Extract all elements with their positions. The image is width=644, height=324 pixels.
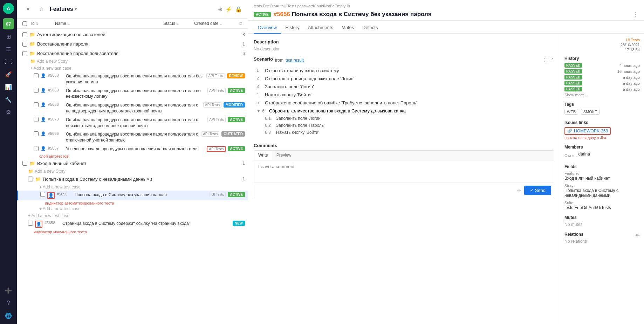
- test-row-5656[interactable]: 👤 #5656 Попытка входа в Систему без указ…: [17, 191, 248, 200]
- test-checkbox[interactable]: [34, 117, 39, 122]
- test-row-5658[interactable]: 👤 #5658 Страница входа в Систему содержи…: [17, 219, 248, 229]
- tab-mutes[interactable]: Mutes: [337, 22, 358, 34]
- tab-overview[interactable]: Overview: [254, 22, 281, 34]
- group-checkbox[interactable]: [22, 42, 27, 47]
- detail-panel: tests.FrteOibAuthUiTests.passwordCouldNo…: [248, 0, 644, 324]
- jira-link[interactable]: 🔗 HOMEWORK-269: [564, 127, 611, 135]
- send-button[interactable]: ✓ Send: [524, 186, 551, 195]
- add-case-link[interactable]: + Add a new test case: [17, 65, 248, 72]
- test-checkbox[interactable]: [34, 88, 39, 93]
- day-badge: 07: [3, 18, 14, 29]
- nav-icon-rocket[interactable]: 🚀: [3, 69, 14, 80]
- copy-icon[interactable]: ⧉: [239, 21, 242, 26]
- nav-icon-wrench[interactable]: 🔧: [3, 94, 14, 105]
- select-all-checkbox[interactable]: [22, 21, 27, 26]
- add-case-link-2[interactable]: + Add a new test case: [17, 205, 248, 212]
- scenario-list: 1 Открыть страницу входа в систему 2 Отк…: [254, 67, 554, 136]
- tag-smoke: SMOKE: [581, 109, 600, 115]
- lock-icon[interactable]: 🔒: [235, 6, 242, 13]
- star-icon[interactable]: ☆: [36, 4, 47, 15]
- automated-test-annotation: индикатор автоматизированного теста: [17, 201, 248, 205]
- preview-tab[interactable]: Preview: [272, 151, 296, 160]
- test-checkbox[interactable]: [34, 102, 39, 107]
- detail-body: Description No description Scenario from…: [248, 34, 644, 324]
- nav-icon-globe[interactable]: 🌐: [3, 310, 14, 321]
- comment-tabs: Write Preview: [254, 151, 554, 160]
- test-row-5668[interactable]: 👤 #5668 Ошибка начала процедуры восстано…: [17, 72, 248, 87]
- folder-icon: 📁: [35, 177, 41, 182]
- collapse-icon[interactable]: ⌃: [550, 57, 554, 63]
- col-header-status[interactable]: Status⇅: [163, 21, 191, 26]
- tags-section: Tags WEB SMOKE: [564, 102, 640, 115]
- tab-defects[interactable]: Defects: [358, 22, 382, 34]
- test-checkbox[interactable]: [34, 131, 39, 136]
- comments-section: Comments Write Preview ✏ ✓ Send: [254, 143, 554, 198]
- folder-icon: 📁: [29, 161, 35, 166]
- nav-icon-list[interactable]: ⋮⋮: [3, 56, 14, 67]
- tags-title: Tags: [564, 102, 640, 107]
- subgroup-invalid-data[interactable]: 📁 Попытка входа в Систему с невалидными …: [17, 175, 248, 184]
- history-section: History PASSED 4 hours ago PASSED 16 hou…: [564, 56, 640, 97]
- nav-icon-grid[interactable]: ⊞: [3, 31, 14, 42]
- show-more-link[interactable]: Show more...: [564, 93, 640, 97]
- nav-icon-clipboard[interactable]: ☰: [3, 43, 14, 55]
- test-row-5666[interactable]: 👤 #5666 Ошибка начала процедуры восстано…: [17, 101, 248, 116]
- collapsible-toggle[interactable]: ▼ 6 Сбросить количество попыток входа в …: [254, 107, 554, 115]
- col-header-created-date[interactable]: Created date⇅: [194, 21, 236, 26]
- write-tab[interactable]: Write: [254, 151, 272, 160]
- status-badge-modified: MODIFIED: [224, 102, 245, 108]
- collapse-icon[interactable]: ▼: [22, 4, 34, 15]
- col-header-id[interactable]: Id⇅: [31, 21, 52, 26]
- active-badge: ACTIVE: [254, 12, 271, 17]
- group-checkbox[interactable]: [22, 32, 27, 37]
- comment-input[interactable]: [254, 160, 554, 181]
- add-story-link[interactable]: 📁 Add a new Story: [17, 58, 248, 65]
- feature-group-recovery: 📁 Восстановление пароля 1: [17, 40, 248, 48]
- feature-group-header-login[interactable]: 📁 Вход в личный кабинет 1: [17, 159, 248, 168]
- group-checkbox[interactable]: [22, 161, 27, 166]
- test-checkbox[interactable]: [34, 146, 39, 151]
- test-result-link[interactable]: test result: [286, 58, 304, 63]
- features-title: Features ▾: [50, 6, 77, 12]
- feature-group-header-auth[interactable]: 📁 Аутентификация пользователей 8: [17, 30, 248, 39]
- nav-icon-add[interactable]: ➕: [3, 285, 14, 296]
- test-checkbox[interactable]: [40, 192, 45, 197]
- format-icon: ✏: [517, 188, 521, 193]
- chevron-down-icon[interactable]: ▾: [75, 7, 77, 12]
- tab-attachments[interactable]: Attachments: [304, 22, 337, 34]
- folder-add-icon: 📁: [30, 59, 35, 64]
- add-case-link[interactable]: + Add a new test case: [17, 184, 248, 191]
- filter-icon[interactable]: ⚡: [225, 6, 232, 13]
- copy-path-icon[interactable]: ⧉: [347, 4, 350, 8]
- nav-icon-chart[interactable]: 📊: [3, 81, 14, 92]
- status-badge-outdated: OUTDATED: [221, 131, 245, 137]
- more-options-icon[interactable]: ⋮: [632, 11, 638, 18]
- tags-container: WEB SMOKE: [564, 109, 640, 115]
- feature-group-login: 📁 Вход в личный кабинет 1 📁 Add a new St…: [17, 159, 248, 234]
- test-row-5665[interactable]: 👤 #5665 Ошибка начала процедуры восстано…: [17, 130, 248, 145]
- test-checkbox[interactable]: [34, 73, 39, 78]
- story-value: Попытка входа в Систему с невалидными да…: [564, 188, 640, 198]
- sidebar-navigation: A 07 ⊞ ☰ ⋮⋮ 🚀 📊 🔧 ⚙ ➕ ? 🌐: [0, 0, 17, 324]
- nav-icon-settings[interactable]: ⚙: [3, 106, 14, 118]
- test-row-5670[interactable]: 👤 #5670 Ошибка начала процедуры восстано…: [17, 116, 248, 130]
- expand-icon[interactable]: ⛶: [544, 57, 548, 63]
- test-checkbox[interactable]: [28, 221, 33, 226]
- feature-group-header-user-recovery[interactable]: 📁 Восстановление пароля пользователя 6: [17, 49, 248, 58]
- description-label: Description: [254, 39, 554, 44]
- group-checkbox[interactable]: [22, 51, 27, 56]
- edit-icon[interactable]: ✏: [636, 233, 640, 238]
- add-case-link-3[interactable]: + Add a new test case: [17, 212, 248, 219]
- nav-icon-help[interactable]: ?: [3, 297, 14, 309]
- test-row-5667[interactable]: 👤 #5667 Успешное начало процедуры восста…: [17, 145, 248, 153]
- status-badge-review: REVIEW: [227, 73, 245, 78]
- col-header-name[interactable]: Name⇅: [55, 21, 160, 26]
- add-story-link-login[interactable]: 📁 Add a new Story: [17, 168, 248, 175]
- subgroup-checkbox[interactable]: [28, 177, 33, 181]
- automated-indicator: 👤: [41, 117, 46, 122]
- add-icon[interactable]: ⊕: [218, 6, 222, 13]
- feature-group-header-recovery[interactable]: 📁 Восстановление пароля 1: [17, 40, 248, 48]
- tab-history[interactable]: History: [281, 22, 303, 34]
- test-row-5669[interactable]: 👤 #5669 Ошибка начала процедуры восстано…: [17, 87, 248, 101]
- status-badge-active: ACTIVE: [228, 117, 245, 122]
